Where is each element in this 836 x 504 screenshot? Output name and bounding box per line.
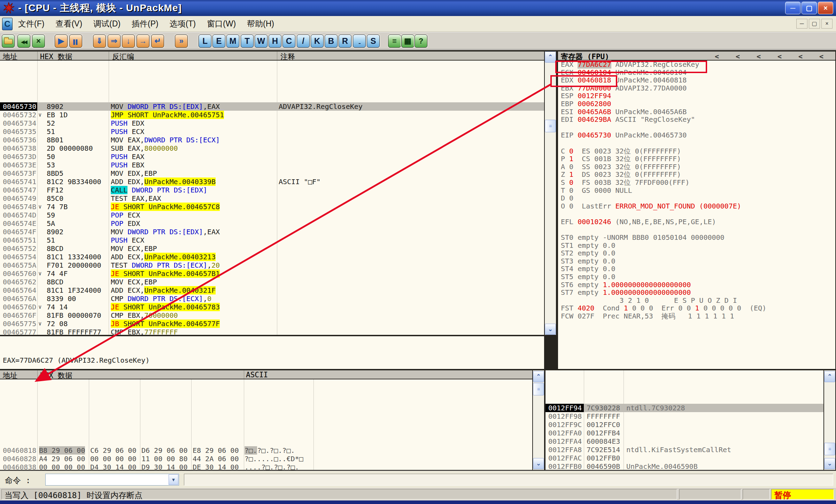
- register-line[interactable]: O 0 LastErr ERROR_MOD_NOT_FOUND (0000007…: [558, 202, 835, 210]
- register-line[interactable]: EBP 00062800: [558, 100, 835, 108]
- scroll-down-icon[interactable]: ⌄: [533, 458, 544, 469]
- chevron-left-icon[interactable]: <: [777, 52, 782, 61]
- disasm-row[interactable]: 004657308902MOV DWORD PTR DS:[EDX],EAXAD…: [0, 102, 544, 111]
- disasm-row[interactable]: 0046573F8BD5MOV EDX,EBP: [0, 169, 544, 178]
- stack-row[interactable]: 0012FFA87C92E514ntdll.KiFastSystemCallRe…: [545, 446, 823, 454]
- scrollbar-thumb[interactable]: ≡: [824, 443, 835, 455]
- stack-row[interactable]: 0012FFAC0012FFB0: [545, 454, 823, 462]
- register-line[interactable]: FST 4020 Cond 1 0 0 0 Err 0 0 1 0 0 0 0 …: [558, 304, 835, 312]
- disasm-row[interactable]: 0046574D59POP ECX: [0, 211, 544, 219]
- command-input-combobox[interactable]: ▼: [45, 474, 179, 486]
- view-source-button[interactable]: S: [367, 34, 380, 48]
- step-into-button[interactable]: ⇓: [93, 34, 106, 48]
- stack-row[interactable]: 0012FF98FFFFFFFF: [545, 412, 823, 420]
- trace-into-button[interactable]: ↓: [122, 34, 135, 48]
- scrollbar-thumb[interactable]: ≡: [545, 120, 556, 132]
- stack-row[interactable]: 0012FF9C0012FFC0: [545, 420, 823, 429]
- disasm-row[interactable]: 0046576F81FB 00000070CMP EBX,70000000: [0, 311, 544, 320]
- mdi-close-button[interactable]: ×: [821, 19, 833, 29]
- register-line[interactable]: ESP 0012FF94: [558, 92, 835, 100]
- register-line[interactable]: ST6 empty 1.0000000000000000000: [558, 281, 835, 289]
- disasm-row[interactable]: 0046574F8902MOV DWORD PTR DS:[EDX],EAX: [0, 228, 544, 236]
- register-line[interactable]: [558, 124, 835, 132]
- stack-scrollbar[interactable]: ⌃ ≡ ⌄: [824, 370, 835, 470]
- minimize-button[interactable]: ─: [785, 2, 800, 14]
- register-line[interactable]: ST0 empty -UNORM BBB0 01050104 00000000: [558, 234, 835, 242]
- stack-row[interactable]: 0012FFA00012FFB4: [545, 429, 823, 437]
- register-line[interactable]: EIP 00465730 UnPackMe.00465730: [558, 131, 835, 139]
- view-cpu-button[interactable]: C: [282, 34, 295, 48]
- disasm-row[interactable]: 0046575AF701 20000000TEST DWORD PTR DS:[…: [0, 261, 544, 269]
- scroll-down-icon[interactable]: ⌄: [545, 324, 556, 335]
- appearance-list-button[interactable]: ≡: [388, 34, 401, 48]
- disasm-row[interactable]: 0046573551PUSH ECX: [0, 127, 544, 136]
- stack-row[interactable]: 0012FFA4600084E3: [545, 437, 823, 446]
- dropdown-arrow-icon[interactable]: ▼: [169, 474, 178, 485]
- disasm-row[interactable]: 0046574E5APOP EDX: [0, 219, 544, 228]
- register-line[interactable]: 3 2 1 0 E S P U O Z D I: [558, 297, 835, 305]
- disasm-row[interactable]: 004657628BCDMOV ECX,EBP: [0, 278, 544, 286]
- register-line[interactable]: T 0 GS 0000 NULL: [558, 187, 835, 195]
- disasm-row[interactable]: 0046576D∨74 14JE SHORT UnPackMe.00465783: [0, 303, 544, 311]
- close-button[interactable]: ×: [818, 2, 833, 14]
- register-line[interactable]: ST1 empty 0.0: [558, 242, 835, 250]
- col-ascii[interactable]: ASCII: [246, 371, 268, 379]
- disasm-row[interactable]: 004657528BCDMOV ECX,EBP: [0, 244, 544, 253]
- register-line[interactable]: EFL 00010246 (NO,NB,E,BE,NS,PE,GE,LE): [558, 218, 835, 226]
- scroll-up-icon[interactable]: ⌃: [533, 371, 544, 382]
- disasm-row[interactable]: 00465732∨EB 1DJMP SHORT UnPackMe.0046575…: [0, 111, 544, 119]
- scroll-down-icon[interactable]: ⌄: [824, 458, 835, 469]
- view-threads-button[interactable]: T: [241, 34, 254, 48]
- register-line[interactable]: ST7 empty 1.0000000000000000000: [558, 289, 835, 297]
- open-file-button[interactable]: [2, 34, 15, 48]
- view-run-trace-button[interactable]: ...: [353, 34, 366, 48]
- disasm-row[interactable]: 0046575481C1 13324000ADD ECX,UnPackMe.00…: [0, 253, 544, 261]
- disasm-row[interactable]: 004657368B01MOV EAX,DWORD PTR DS:[ECX]: [0, 136, 544, 144]
- menu-item[interactable]: 插件(P): [126, 16, 164, 31]
- step-over-button[interactable]: ⇒: [108, 34, 121, 48]
- disasm-row[interactable]: 0046577781FB FFFFFF77CMP EBX,77FFFFFF: [0, 328, 544, 335]
- disasm-row[interactable]: 00465747FF12CALL DWORD PTR DS:[EDX]: [0, 186, 544, 194]
- col-address[interactable]: 地址: [3, 371, 17, 380]
- stack-row[interactable]: 0012FF947C930228ntdll.7C930228: [545, 404, 823, 412]
- disasm-row[interactable]: 0046575151PUSH ECX: [0, 236, 544, 244]
- chevron-left-icon[interactable]: <: [819, 52, 823, 61]
- col-hex[interactable]: HEX 数据: [40, 52, 72, 62]
- register-line[interactable]: EDX 00460818 UnPackMe.00460818: [558, 76, 835, 84]
- view-windows-button[interactable]: W: [255, 34, 268, 48]
- chevron-left-icon[interactable]: <: [757, 52, 761, 61]
- dump-row[interactable]: 00460818B8 29 06 00C6 29 06 00D6 29 06 0…: [0, 446, 532, 455]
- scroll-up-icon[interactable]: ⌃: [824, 371, 835, 382]
- menu-item[interactable]: 文件(F): [13, 16, 50, 31]
- chevron-left-icon[interactable]: <: [736, 52, 740, 61]
- disasm-row[interactable]: 0046576481C1 1F324000ADD ECX,UnPackMe.00…: [0, 286, 544, 294]
- register-line[interactable]: P 1 CS 001B 32位 0(FFFFFFFF): [558, 155, 835, 163]
- register-line[interactable]: Z 1 DS 0023 32位 0(FFFFFFFF): [558, 171, 835, 179]
- help-button[interactable]: ?: [415, 34, 427, 48]
- col-comment[interactable]: 注释: [280, 52, 295, 62]
- appearance-colors-button[interactable]: ▦: [401, 34, 414, 48]
- dump-row[interactable]: 0046083800 00 00 00D4 30 14 00D9 30 14 0…: [0, 463, 532, 470]
- scroll-up-icon[interactable]: ⌃: [545, 52, 556, 63]
- disasm-row[interactable]: 0046573D50PUSH EAX: [0, 152, 544, 161]
- disasm-row[interactable]: 0046573E53PUSH EBX: [0, 161, 544, 169]
- register-line[interactable]: EDI 004629BA ASCII "RegCloseKey": [558, 116, 835, 124]
- register-line[interactable]: ST2 empty 0.0: [558, 249, 835, 257]
- register-line[interactable]: ST3 empty 0.0: [558, 257, 835, 265]
- maximize-button[interactable]: ▢: [802, 2, 817, 14]
- disasm-row[interactable]: 0046574181C2 9B334000ADD EDX,UnPackMe.00…: [0, 178, 544, 186]
- menu-item[interactable]: 窗口(W): [201, 16, 241, 31]
- close-process-button[interactable]: ×: [32, 34, 45, 48]
- register-line[interactable]: [558, 210, 835, 218]
- run-button[interactable]: ▶: [55, 34, 68, 48]
- disassembly-scrollbar[interactable]: ⌃ ≡ ⌄: [545, 52, 556, 335]
- disasm-row[interactable]: 0046574B∨74 7BJE SHORT UnPackMe.004657C8: [0, 203, 544, 211]
- view-executables-button[interactable]: E: [212, 34, 225, 48]
- view-handles-button[interactable]: H: [269, 34, 281, 48]
- menu-item[interactable]: 调试(D): [88, 16, 126, 31]
- register-line[interactable]: D 0: [558, 194, 835, 202]
- register-line[interactable]: [558, 226, 835, 234]
- execute-till-return-button[interactable]: ↵: [151, 34, 164, 48]
- command-input[interactable]: [46, 475, 168, 485]
- col-address[interactable]: 地址: [3, 52, 17, 62]
